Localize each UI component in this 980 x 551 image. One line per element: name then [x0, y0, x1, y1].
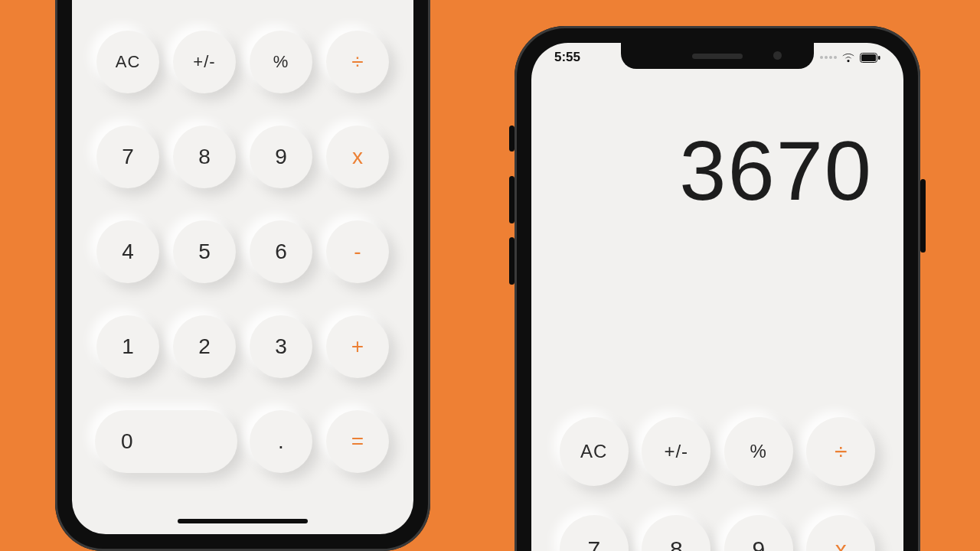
digit-8-button[interactable]: 8	[173, 126, 236, 188]
sign-button[interactable]: +/-	[173, 31, 236, 93]
multiply-button[interactable]: x	[326, 126, 389, 188]
screen: AC +/- % ÷ 7 8 9 x 4 5 6 - 1 2 3 + 0 . =	[72, 0, 413, 534]
phone-mockup-right: 5:55 3670 AC +/- % ÷ 7 8 9 x	[514, 26, 920, 551]
volume-up-button	[509, 176, 514, 223]
battery-icon	[860, 53, 880, 63]
divide-button[interactable]: ÷	[326, 31, 389, 93]
plus-button[interactable]: +	[326, 315, 389, 378]
status-time: 5:55	[554, 50, 580, 65]
calculator-display: 3670	[562, 129, 873, 213]
ac-button[interactable]: AC	[96, 31, 159, 93]
equals-button[interactable]: =	[326, 410, 389, 473]
digit-6-button[interactable]: 6	[250, 220, 312, 283]
ac-button[interactable]: AC	[560, 417, 629, 486]
wifi-icon	[841, 53, 855, 63]
digit-2-button[interactable]: 2	[173, 315, 236, 378]
power-button	[920, 179, 926, 253]
minus-button[interactable]: -	[326, 220, 389, 283]
digit-9-button[interactable]: 9	[724, 515, 793, 551]
digit-7-button[interactable]: 7	[560, 515, 629, 551]
mute-switch	[509, 126, 514, 152]
home-indicator[interactable]	[178, 519, 308, 523]
status-bar: 5:55	[531, 50, 903, 65]
cellular-signal-icon	[820, 56, 837, 59]
phone-mockup-left: AC +/- % ÷ 7 8 9 x 4 5 6 - 1 2 3 + 0 . =	[55, 0, 430, 551]
digit-0-button[interactable]: 0	[95, 410, 237, 473]
volume-down-button	[509, 237, 514, 285]
digit-4-button[interactable]: 4	[96, 220, 159, 283]
calculator-keypad: AC +/- % ÷ 7 8 9 x	[559, 410, 876, 551]
percent-button[interactable]: %	[250, 31, 312, 93]
digit-3-button[interactable]: 3	[250, 315, 312, 378]
digit-5-button[interactable]: 5	[173, 220, 236, 283]
digit-7-button[interactable]: 7	[96, 126, 159, 188]
percent-button[interactable]: %	[724, 417, 793, 486]
screen: 5:55 3670 AC +/- % ÷ 7 8 9 x	[531, 43, 903, 551]
digit-1-button[interactable]: 1	[96, 315, 159, 378]
sign-button[interactable]: +/-	[642, 417, 710, 486]
multiply-button[interactable]: x	[806, 515, 875, 551]
svg-rect-1	[861, 54, 876, 61]
divide-button[interactable]: ÷	[806, 417, 875, 486]
digit-9-button[interactable]: 9	[250, 126, 312, 188]
calculator-keypad: AC +/- % ÷ 7 8 9 x 4 5 6 - 1 2 3 + 0 . =	[95, 26, 390, 478]
svg-rect-2	[878, 56, 880, 60]
decimal-button[interactable]: .	[250, 410, 312, 473]
digit-8-button[interactable]: 8	[642, 515, 710, 551]
